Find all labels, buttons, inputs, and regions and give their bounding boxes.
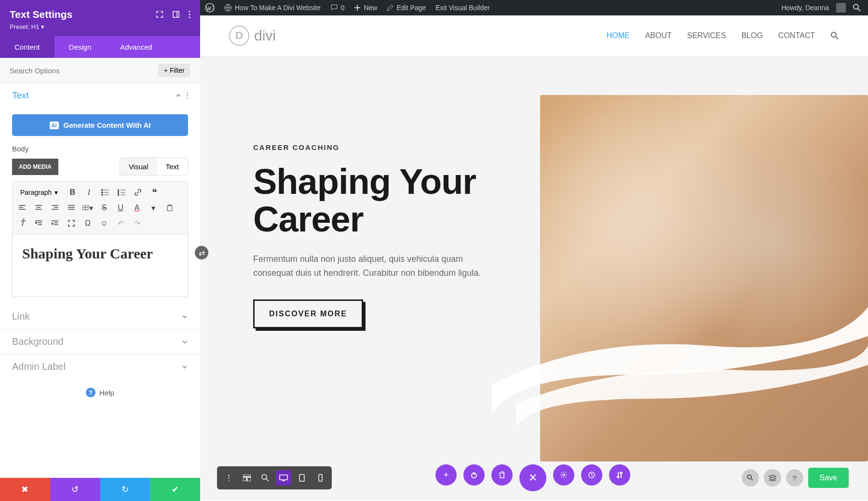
chevron-down-icon [181, 313, 188, 320]
textcolor-button[interactable]: A [131, 202, 143, 214]
search-icon[interactable] [853, 4, 861, 12]
link-button[interactable] [132, 187, 144, 198]
nav-search-icon[interactable] [830, 31, 839, 40]
wireframe-icon[interactable] [239, 470, 255, 486]
text-tab[interactable]: Text [157, 158, 188, 175]
builder-actions: + ✕ [435, 464, 630, 491]
body-label: Body [12, 145, 188, 153]
site-name[interactable]: How To Make A Divi Website [224, 4, 321, 12]
strike-button[interactable]: S [98, 202, 110, 214]
content-editor[interactable]: Shaping Your Career [12, 234, 188, 297]
power-button[interactable] [463, 464, 485, 486]
exit-visual-builder[interactable]: Exit Visual Builder [435, 4, 490, 12]
close-button[interactable]: ✕ [519, 464, 546, 491]
paste-button[interactable] [164, 202, 176, 214]
svg-point-20 [228, 475, 230, 476]
layers-button[interactable] [764, 469, 781, 487]
align-center-button[interactable] [33, 202, 44, 214]
indent-button[interactable] [49, 217, 61, 229]
cta-button[interactable]: DISCOVER MORE [253, 299, 363, 328]
nav-home[interactable]: HOME [607, 31, 630, 40]
confirm-button[interactable]: ✔ [150, 478, 200, 501]
chevron-down-icon [181, 364, 188, 370]
visual-tab[interactable]: Visual [120, 158, 157, 175]
background-section[interactable]: Background [0, 329, 200, 354]
sort-button[interactable] [609, 464, 630, 486]
bb-more-icon[interactable] [221, 470, 236, 486]
add-button[interactable]: + [435, 464, 457, 486]
new-link[interactable]: New [354, 4, 377, 12]
redo-global-button[interactable]: ↻ [100, 478, 150, 501]
wp-logo-icon[interactable] [205, 3, 215, 13]
tab-content[interactable]: Content [0, 36, 54, 58]
table-button[interactable]: ▾ [82, 202, 94, 214]
dock-icon[interactable] [172, 11, 180, 18]
phone-icon[interactable] [312, 470, 328, 486]
nav-contact[interactable]: CONTACT [778, 31, 815, 40]
discard-button[interactable]: ✖ [0, 478, 50, 501]
align-justify-button[interactable] [66, 202, 77, 214]
omega-button[interactable]: Ω [82, 217, 94, 229]
tab-design[interactable]: Design [54, 36, 106, 58]
format-select[interactable]: Paragraph▾ [16, 187, 62, 198]
tablet-icon[interactable] [294, 470, 310, 486]
bold-button[interactable]: B [67, 187, 78, 198]
link-section[interactable]: Link [0, 304, 200, 329]
outdent-button[interactable] [33, 217, 44, 229]
help-link[interactable]: ? Help [0, 379, 200, 406]
admin-label-section[interactable]: Admin Label [0, 354, 200, 379]
hero-title[interactable]: Shaping Your Career [253, 163, 499, 238]
underline-button[interactable]: U [115, 202, 126, 214]
hero-image [540, 95, 868, 461]
tab-advanced[interactable]: Advanced [106, 36, 167, 58]
wp-admin-bar: How To Make A Divi Website 0 New Edit Pa… [200, 0, 868, 15]
help-icon: ? [86, 388, 95, 397]
ulist-button[interactable] [99, 187, 111, 198]
zoom-icon[interactable] [258, 470, 273, 486]
avatar[interactable] [836, 3, 846, 13]
site-logo[interactable]: D divi [229, 26, 276, 46]
sidebar-title: Text Settings [10, 9, 72, 20]
align-left-button[interactable] [16, 202, 28, 214]
nav-about[interactable]: ABOUT [645, 31, 672, 40]
nav-blog[interactable]: BLOG [741, 31, 762, 40]
filter-button[interactable]: +Filter [158, 64, 190, 77]
hero-paragraph: Fermentum nulla non justo aliquet, quis … [253, 252, 499, 280]
desktop-icon[interactable] [276, 470, 291, 486]
comments-link[interactable]: 0 [330, 4, 345, 12]
emoji-button[interactable]: ☺ [98, 217, 110, 229]
greeting[interactable]: Howdy, Deanna [781, 4, 829, 12]
fullscreen-button[interactable] [66, 217, 77, 229]
edit-page-link[interactable]: Edit Page [387, 4, 426, 12]
history-button[interactable] [581, 464, 602, 486]
align-right-button[interactable] [49, 202, 61, 214]
text-section-title: Text [12, 90, 29, 101]
nav-services[interactable]: SERVICES [687, 31, 726, 40]
preset-label[interactable]: Preset: H1 ▾ [10, 23, 190, 30]
trash-button[interactable] [491, 464, 513, 486]
save-button[interactable]: Save [808, 468, 849, 488]
chevron-up-icon[interactable] [175, 92, 182, 99]
quote-button[interactable]: ❝ [149, 187, 160, 198]
section-more-icon[interactable] [187, 92, 188, 99]
generate-ai-button[interactable]: AIGenerate Content With AI [12, 114, 188, 136]
undo-global-button[interactable]: ↺ [50, 478, 100, 501]
gear-button[interactable] [553, 464, 574, 486]
help-button[interactable]: ? [786, 469, 803, 487]
expand-icon[interactable] [156, 11, 163, 18]
svg-point-10 [102, 190, 103, 191]
textcolor-dropdown[interactable]: ▾ [148, 202, 159, 214]
find-button[interactable] [742, 469, 759, 487]
svg-point-22 [228, 481, 230, 481]
resize-handle[interactable]: ⇄ [195, 246, 208, 259]
clear-format-button[interactable]: T̽ [16, 217, 28, 229]
olist-button[interactable]: 123 [116, 187, 127, 198]
italic-button[interactable]: I [83, 187, 95, 198]
search-input[interactable] [10, 67, 158, 75]
more-icon[interactable] [189, 11, 190, 18]
text-section-header[interactable]: Text [0, 83, 200, 108]
add-media-button[interactable]: ADD MEDIA [12, 159, 58, 175]
redo-button[interactable]: ↷ [131, 217, 143, 229]
svg-rect-23 [243, 474, 251, 476]
undo-button[interactable]: ↶ [115, 217, 126, 229]
